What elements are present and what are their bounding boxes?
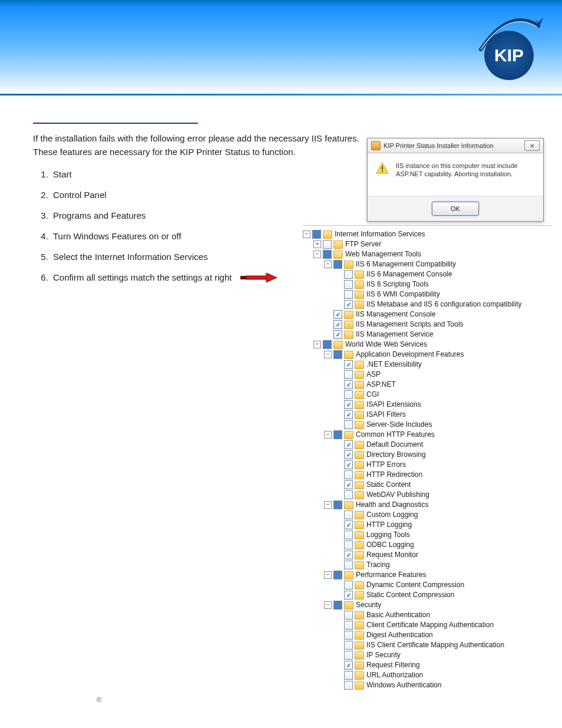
checkbox[interactable] (344, 460, 353, 469)
tree-node: HTTP Logging (335, 520, 551, 530)
tree-label: Application Development Features (355, 350, 464, 360)
collapse-icon[interactable]: − (324, 601, 332, 609)
collapse-icon[interactable]: − (324, 261, 332, 268)
checkbox[interactable] (333, 571, 342, 579)
checkbox[interactable] (344, 490, 353, 499)
folder-icon (355, 541, 364, 549)
copyright: © (97, 696, 101, 703)
kip-logo: KIP (474, 13, 544, 84)
tree-label: ISAPI Filters (366, 410, 406, 420)
checkbox[interactable] (344, 300, 353, 309)
tree-node: Server-Side Includes (335, 420, 551, 430)
dialog-title: KIP Printer Status Installer Information (384, 142, 494, 149)
svg-marker-5 (266, 273, 277, 282)
folder-icon (355, 641, 364, 650)
collapse-icon[interactable]: − (313, 251, 321, 258)
collapse-icon[interactable]: − (324, 431, 332, 439)
checkbox[interactable] (344, 510, 353, 519)
tree-label: Basic Authentication (366, 610, 430, 620)
tree-node: Digest Authentication (335, 630, 551, 640)
checkbox[interactable] (344, 531, 353, 539)
checkbox[interactable] (344, 370, 353, 379)
folder-icon (355, 371, 364, 379)
checkbox[interactable] (323, 340, 332, 349)
checkbox[interactable] (344, 661, 353, 670)
checkbox[interactable] (344, 681, 353, 690)
checkbox[interactable] (344, 581, 353, 589)
folder-icon (355, 461, 364, 469)
checkbox[interactable] (333, 350, 342, 359)
tree-node: −IIS 6 Management CompatibilityIIS 6 Man… (324, 259, 551, 309)
checkbox[interactable] (344, 521, 353, 529)
checkbox[interactable] (333, 601, 342, 610)
tree-node: −World Wide Web Services−Application Dev… (313, 340, 551, 690)
tree-label: World Wide Web Services (345, 340, 427, 350)
tree-label: Default Document (366, 440, 423, 450)
checkbox[interactable] (312, 230, 321, 239)
folder-icon (355, 301, 364, 309)
checkbox[interactable] (344, 480, 353, 489)
checkbox[interactable] (344, 290, 353, 299)
checkbox[interactable] (344, 440, 353, 449)
checkbox[interactable] (344, 360, 353, 369)
checkbox[interactable] (344, 641, 353, 650)
folder-icon (355, 411, 364, 419)
checkbox[interactable] (333, 260, 342, 269)
intro-text: If the installation fails with the follo… (33, 132, 363, 159)
folder-icon (355, 561, 364, 569)
checkbox[interactable] (344, 551, 353, 559)
folder-icon (344, 571, 353, 579)
collapse-icon[interactable]: − (313, 341, 321, 348)
checkbox[interactable] (323, 250, 332, 259)
checkbox[interactable] (333, 500, 342, 509)
collapse-icon[interactable]: − (303, 230, 310, 238)
tree-node: HTTP Redirection (335, 470, 551, 480)
tree-node: CGI (335, 390, 551, 400)
tree-label: HTTP Redirection (366, 470, 422, 480)
expand-icon[interactable]: + (313, 241, 321, 248)
tree-node: −Web Management Tools−IIS 6 Management C… (313, 249, 551, 340)
checkbox[interactable] (344, 671, 353, 680)
folder-icon (355, 611, 364, 620)
folder-icon (355, 531, 364, 539)
checkbox[interactable] (344, 621, 353, 630)
checkbox[interactable] (344, 651, 353, 660)
tree-node: Logging Tools (335, 530, 551, 540)
checkbox[interactable] (344, 631, 353, 640)
checkbox[interactable] (344, 390, 353, 399)
tree-node: Client Certificate Mapping Authenticatio… (335, 620, 551, 630)
checkbox[interactable] (344, 400, 353, 409)
tree-node: Basic Authentication (335, 610, 551, 620)
collapse-icon[interactable]: − (324, 351, 332, 358)
checkbox[interactable] (344, 470, 353, 479)
checkbox[interactable] (333, 320, 342, 329)
tree-label: IIS 6 Scripting Tools (366, 279, 429, 289)
collapse-icon[interactable]: − (324, 571, 332, 579)
tree-node: −Internet Information Services+FTP Serve… (303, 229, 551, 690)
checkbox[interactable] (333, 310, 342, 319)
tree-label: IIS Metabase and IIS 6 configuration com… (366, 299, 521, 309)
checkbox[interactable] (344, 591, 353, 599)
tree-label: Logging Tools (366, 530, 410, 540)
checkbox[interactable] (344, 420, 353, 429)
checkbox[interactable] (344, 410, 353, 419)
tree-label: HTTP Errors (366, 460, 406, 470)
tree-label: FTP Server (345, 239, 381, 249)
checkbox[interactable] (323, 240, 332, 249)
checkbox[interactable] (344, 280, 353, 289)
tree-node: .NET Extensibility (335, 360, 551, 370)
tree-label: URL Authorization (366, 670, 423, 680)
close-button[interactable]: ✕ (524, 140, 540, 151)
checkbox[interactable] (333, 430, 342, 439)
folder-icon (355, 421, 364, 429)
checkbox[interactable] (344, 270, 353, 279)
checkbox[interactable] (344, 541, 353, 549)
checkbox[interactable] (333, 330, 342, 339)
checkbox[interactable] (344, 380, 353, 389)
ok-button[interactable]: OK (432, 202, 479, 216)
checkbox[interactable] (344, 611, 353, 620)
checkbox[interactable] (344, 561, 353, 569)
collapse-icon[interactable]: − (324, 501, 332, 509)
tree-node: +FTP Server (313, 239, 551, 249)
checkbox[interactable] (344, 450, 353, 459)
